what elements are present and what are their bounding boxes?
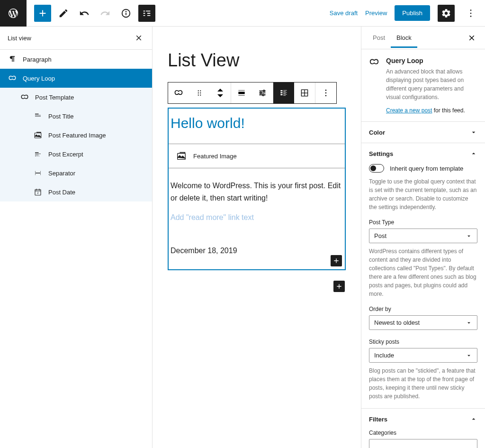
top-toolbar: Save draft Preview Publish (0, 0, 485, 27)
publish-button[interactable]: Publish (395, 5, 430, 21)
add-block-after-button[interactable] (333, 281, 345, 292)
editor-canvas[interactable]: List View Hello world! Fe (153, 27, 361, 448)
svg-point-13 (198, 94, 199, 95)
post-date-block[interactable]: December 18, 2019 (169, 241, 345, 269)
list-view-panel-header: List view (0, 27, 152, 50)
add-block-inside-button[interactable] (331, 255, 342, 266)
undo-button[interactable] (76, 5, 93, 22)
page-title[interactable]: List View (168, 50, 346, 71)
post-title-icon (33, 111, 43, 121)
svg-rect-23 (283, 91, 286, 92)
post-type-label: Post Type (369, 219, 477, 226)
sticky-posts-label: Sticky posts (369, 338, 477, 345)
svg-point-12 (200, 92, 201, 93)
sticky-posts-select[interactable]: Include (369, 348, 477, 363)
tree-item-post-title[interactable]: Post Title (0, 107, 152, 126)
inherit-query-help: Toggle to use the global query context t… (369, 177, 477, 211)
info-button[interactable] (117, 5, 135, 22)
query-loop-icon (369, 57, 380, 114)
list-view-close-button[interactable] (133, 32, 144, 44)
svg-rect-22 (283, 90, 287, 91)
add-block-button[interactable] (34, 5, 51, 22)
post-title-block[interactable]: Hello world! (169, 109, 345, 144)
svg-rect-21 (280, 94, 282, 96)
featured-image-icon (176, 151, 187, 161)
edit-mode-button[interactable] (55, 5, 72, 22)
sidebar-close-button[interactable] (464, 30, 479, 46)
svg-rect-26 (283, 94, 287, 95)
create-post-link[interactable]: Create a new post (386, 107, 432, 114)
panel-filters-title: Filters (369, 416, 387, 423)
settings-button[interactable] (438, 5, 455, 22)
panel-color: Color (361, 122, 485, 143)
tree-item-label: Post Template (35, 94, 74, 101)
block-toolbar (168, 82, 337, 104)
save-draft-button[interactable]: Save draft (330, 9, 358, 17)
block-type-button[interactable] (168, 82, 189, 103)
categories-input[interactable] (369, 439, 477, 448)
tree-item-label: Post Featured Image (48, 132, 106, 139)
tree-item-post-featured-image[interactable]: Post Featured Image (0, 126, 152, 145)
paragraph-icon (8, 55, 17, 64)
svg-point-4 (470, 12, 472, 14)
wordpress-logo[interactable] (0, 0, 27, 27)
panel-filters: Filters Categories (361, 409, 485, 448)
panel-settings-header[interactable]: Settings (361, 143, 485, 164)
toolbar-right-group: Save draft Preview Publish (330, 5, 485, 22)
panel-color-header[interactable]: Color (361, 122, 485, 143)
inherit-query-toggle[interactable] (369, 164, 384, 173)
order-by-label: Order by (369, 306, 477, 312)
query-loop-icon (20, 92, 29, 102)
post-type-value: Post (374, 232, 386, 239)
svg-rect-27 (283, 95, 286, 96)
date-icon: 2 (33, 187, 43, 197)
query-loop-block[interactable]: Hello world! Featured Image Welcome to W… (168, 108, 346, 270)
svg-point-17 (260, 92, 261, 93)
list-layout-button[interactable] (273, 82, 294, 103)
featured-image-label: Featured Image (193, 153, 237, 160)
separator-block[interactable] (169, 230, 345, 241)
sticky-posts-help: Blog posts can be "stickied", a feature … (369, 366, 477, 401)
panel-color-title: Color (369, 129, 385, 136)
tree-item-separator[interactable]: Separator (0, 164, 152, 183)
svg-point-30 (325, 92, 327, 94)
post-excerpt-block[interactable]: Welcome to WordPress. This is your first… (169, 168, 345, 207)
svg-point-14 (200, 94, 201, 95)
tree-item-post-excerpt[interactable]: Post Excerpt (0, 145, 152, 164)
chevron-down-icon (466, 320, 472, 326)
move-up-down-button[interactable] (210, 82, 231, 103)
list-view-toggle-button[interactable] (138, 5, 155, 22)
sticky-posts-value: Include (374, 352, 394, 359)
panel-settings: Settings Inherit query from template Tog… (361, 143, 485, 409)
svg-point-5 (470, 16, 472, 17)
post-type-select[interactable]: Post (369, 229, 477, 243)
chevron-down-icon (466, 233, 472, 239)
grid-layout-button[interactable] (294, 82, 315, 103)
tab-block[interactable]: Block (391, 27, 417, 48)
tree-item-paragraph[interactable]: Paragraph (0, 50, 152, 69)
redo-button[interactable] (97, 5, 114, 22)
featured-image-icon (33, 130, 43, 140)
block-card-description: An advanced block that allows displaying… (386, 67, 477, 101)
list-view-panel-title: List view (8, 35, 31, 42)
tree-item-post-date[interactable]: 2 Post Date (0, 183, 152, 201)
svg-rect-24 (283, 92, 287, 92)
align-button[interactable] (231, 82, 252, 103)
block-card: Query Loop An advanced block that allows… (361, 49, 485, 122)
featured-image-block[interactable]: Featured Image (169, 144, 345, 168)
display-settings-button[interactable] (252, 82, 273, 103)
order-by-select[interactable]: Newest to oldest (369, 315, 477, 330)
svg-point-10 (200, 90, 201, 91)
drag-handle-button[interactable] (189, 82, 210, 103)
tab-post[interactable]: Post (367, 27, 391, 48)
tree-item-post-template[interactable]: Post Template (0, 88, 152, 107)
tree-item-query-loop[interactable]: Query Loop (0, 69, 152, 88)
chevron-down-icon (470, 128, 477, 136)
preview-button[interactable]: Preview (365, 9, 387, 17)
read-more-input[interactable]: Add "read more" link text (169, 213, 345, 230)
svg-text:2: 2 (37, 192, 39, 194)
more-options-button[interactable] (462, 5, 479, 22)
block-more-button[interactable] (315, 82, 336, 103)
panel-filters-header[interactable]: Filters (361, 409, 485, 430)
inherit-query-label: Inherit query from template (390, 165, 463, 172)
